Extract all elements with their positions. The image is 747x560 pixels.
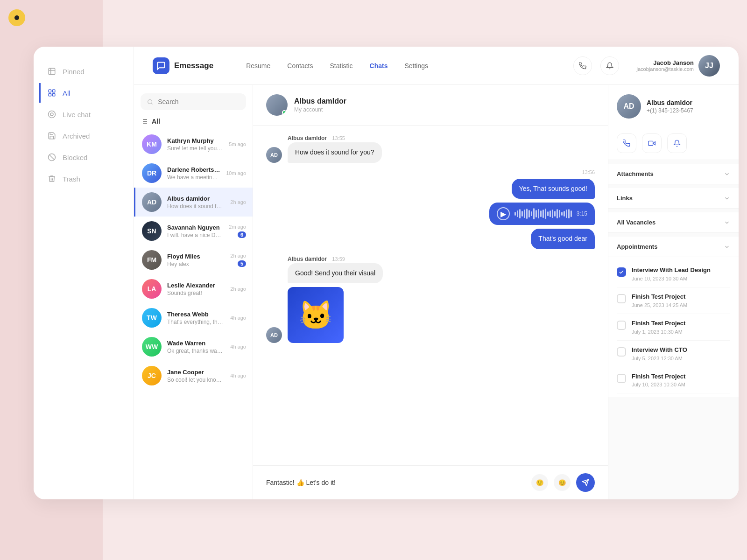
chat-item[interactable]: DR Darlene Robertson We have a meeting w… <box>134 159 253 188</box>
chat-item[interactable]: AD Albus damldor How does it sound for y… <box>134 188 253 217</box>
sidebar-item-livechat[interactable]: Live chat <box>39 105 128 124</box>
chat-name: Floyd Miles <box>167 253 225 260</box>
chat-name: Darlene Robertson <box>167 166 220 173</box>
nav-contacts[interactable]: Contacts <box>287 62 313 70</box>
brand-icon <box>153 57 169 74</box>
chat-info: Floyd Miles Hey alex <box>167 253 225 267</box>
chat-preview: Hey alex <box>167 261 225 267</box>
search-input[interactable] <box>158 98 240 105</box>
chevron-down-icon <box>724 195 730 202</box>
svg-rect-19 <box>648 141 653 145</box>
svg-point-8 <box>148 99 152 104</box>
appt-info: Interview With Lead Design June 10, 2023… <box>632 266 711 281</box>
nav-statistic[interactable]: Statistic <box>330 62 353 70</box>
rp-contact-phone: +(1) 345-123-5467 <box>647 107 693 114</box>
message-row: AD Albus damldor 13:55 How does it sound… <box>266 135 595 163</box>
all-icon <box>141 118 148 125</box>
chat-item[interactable]: LA Leslie Alexander Sounds great! 2h ago <box>134 274 253 303</box>
appt-info: Finish Test Project July 10, 2023 10:30 … <box>632 373 685 388</box>
chat-meta: 2m ago 6 <box>229 224 246 238</box>
send-button[interactable] <box>576 473 595 492</box>
chat-meta: 4h ago <box>230 373 246 378</box>
rp-call-btn[interactable] <box>617 133 636 153</box>
rp-notify-btn[interactable] <box>667 133 687 153</box>
search-icon <box>147 98 153 105</box>
chat-preview: We have a meeting with saj <box>167 174 220 181</box>
sidebar-item-blocked[interactable]: Blocked <box>39 147 128 167</box>
bell-icon-btn[interactable] <box>600 56 619 75</box>
sidebar-item-trash[interactable]: Trash <box>39 169 128 189</box>
chat-contact-sub: My account <box>294 106 346 113</box>
msg-bubble: How does it sound for you? <box>288 142 382 163</box>
appt-checkbox[interactable] <box>617 267 626 277</box>
play-button[interactable]: ▶ <box>497 207 510 220</box>
chat-info: Albus damldor How does it sound for you? <box>167 195 225 210</box>
voice-duration: 3:15 <box>577 210 587 217</box>
svg-rect-0 <box>49 90 51 92</box>
main-content: Emessage Resume Contacts Statistic Chats… <box>134 47 739 499</box>
rp-video-btn[interactable] <box>642 133 662 153</box>
phone-icon-btn[interactable] <box>573 56 592 75</box>
user-email: jacobjanson@taskie.com <box>637 66 694 72</box>
emoji-btn[interactable]: 🙂 <box>531 474 548 491</box>
rp-section-attachments[interactable]: Attachments <box>608 164 739 184</box>
sidebar-item-pinned[interactable]: Pinned <box>39 62 128 81</box>
chat-item[interactable]: TW Theresa Webb That's everything, thank… <box>134 303 253 332</box>
chat-item[interactable]: SN Savannah Nguyen I will. have a nice D… <box>134 217 253 245</box>
sticker-btn[interactable]: 😊 <box>554 474 571 491</box>
msg-bubble: Yes, That sounds good! <box>512 179 595 199</box>
chat-item[interactable]: FM Floyd Miles Hey alex 2h ago 5 <box>134 245 253 274</box>
chat-item[interactable]: JC Jane Cooper So cool! let you know if.… <box>134 361 253 390</box>
chat-preview: Sure! let me tell you about wh.. <box>167 145 223 152</box>
chat-contact-name: Albus damldor <box>294 97 346 105</box>
sidebar-item-all[interactable]: All <box>39 83 128 103</box>
chat-time: 4h ago <box>230 344 246 350</box>
chat-item[interactable]: WW Wade Warren Ok great, thanks wade! 4h… <box>134 332 253 361</box>
chat-time: 2h ago <box>230 253 246 259</box>
chat-list-panel: All KM Kathryn Murphy Sure! let me tell … <box>134 85 253 499</box>
appt-title: Finish Test Project <box>632 293 687 301</box>
msg-avatar: AD <box>266 327 282 343</box>
chat-messages: AD Albus damldor 13:55 How does it sound… <box>253 126 608 465</box>
msg-content: Albus damldor 13:59 Good! Send you their… <box>288 256 383 343</box>
chat-preview: I will. have a nice Day? <box>167 232 223 238</box>
sidebar-label-trash: Trash <box>63 175 80 183</box>
nav-settings[interactable]: Settings <box>404 62 428 70</box>
rp-section-vacancies[interactable]: All Vacancies <box>608 212 739 233</box>
chat-meta: 2h ago 5 <box>230 253 246 267</box>
appt-info: Finish Test Project July 1, 2023 10:30 A… <box>632 320 685 335</box>
nav-resume[interactable]: Resume <box>246 62 270 70</box>
appt-checkbox[interactable] <box>617 294 626 303</box>
top-nav: Emessage Resume Contacts Statistic Chats… <box>134 47 739 85</box>
appointment-item[interactable]: Finish Test Project July 10, 2023 10:30 … <box>617 367 730 394</box>
svg-marker-18 <box>653 142 655 145</box>
appt-title: Finish Test Project <box>632 373 685 381</box>
chat-info: Darlene Robertson We have a meeting with… <box>167 166 220 181</box>
chat-item[interactable]: KM Kathryn Murphy Sure! let me tell you … <box>134 130 253 159</box>
brand: Emessage <box>153 57 213 74</box>
sidebar-label-pinned: Pinned <box>63 68 85 76</box>
chat-time: 2h ago <box>230 199 246 205</box>
rp-avatar: AD <box>617 94 641 119</box>
brand-name: Emessage <box>174 61 213 70</box>
appt-checkbox[interactable] <box>617 347 626 357</box>
appointment-item[interactable]: Finish Test Project June 25, 2023 14:25 … <box>617 287 730 314</box>
appt-checkbox[interactable] <box>617 321 626 330</box>
rp-actions <box>608 127 739 160</box>
appointment-item[interactable]: Interview With CTO July 5, 2023 12:30 AM <box>617 341 730 367</box>
nav-links: Resume Contacts Statistic Chats Settings <box>246 62 554 70</box>
chat-name: Savannah Nguyen <box>167 224 223 231</box>
rp-contact-name: Albus damldor <box>647 99 693 106</box>
chat-time: 4h ago <box>230 315 246 321</box>
sidebar-item-archived[interactable]: Archived <box>39 126 128 146</box>
rp-section-links[interactable]: Links <box>608 188 739 209</box>
svg-rect-1 <box>53 90 55 92</box>
message-input[interactable] <box>266 479 526 486</box>
appointment-item[interactable]: Finish Test Project July 1, 2023 10:30 A… <box>617 314 730 341</box>
nav-chats[interactable]: Chats <box>370 62 388 70</box>
rp-section-appointments[interactable]: Appointments <box>608 237 739 257</box>
appointment-item[interactable]: Interview With Lead Design June 10, 2023… <box>617 261 730 287</box>
user-profile[interactable]: Jacob Janson jacobjanson@taskie.com JJ <box>637 55 720 77</box>
chat-preview: That's everything, thanks again! <box>167 319 225 325</box>
appt-checkbox[interactable] <box>617 374 626 383</box>
